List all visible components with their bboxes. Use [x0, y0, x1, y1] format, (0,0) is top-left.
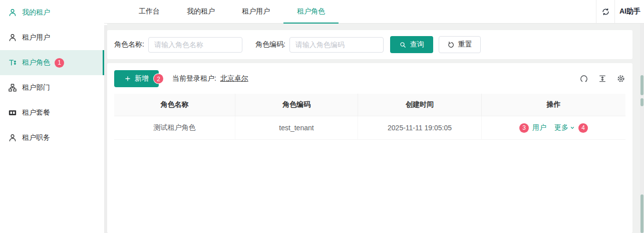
search-panel: 角色名称: 角色编码: 查询 重置 [107, 30, 632, 59]
page-refresh-button[interactable] [596, 0, 614, 23]
user-action-label: 用户 [532, 123, 546, 132]
tab-label: 租户用户 [242, 7, 270, 16]
chevron-down-icon [570, 125, 575, 130]
search-icon [399, 41, 407, 49]
role-code-input[interactable] [289, 37, 384, 53]
tab-label: 租户角色 [297, 7, 325, 16]
org-icon [8, 83, 17, 92]
cell-created-at: 2025-11-11 19:05:05 [358, 116, 482, 140]
user-icon [8, 33, 17, 42]
cell-role-name: 测试租户角色 [114, 116, 235, 140]
reset-button-label: 重置 [458, 40, 472, 49]
scrollbar-thumb[interactable] [640, 98, 643, 106]
ai-assistant-label: AI助手 [619, 7, 640, 16]
topbar-right-controls: AI助手 [596, 0, 644, 23]
user-icon [8, 8, 17, 17]
column-header-actions: 操作 [482, 94, 625, 116]
sidebar-item-tenant-position[interactable]: 租户职务 [0, 125, 104, 150]
sidebar-item-tenant-user[interactable]: 租户用户 [0, 25, 104, 50]
scrollbar-thumb[interactable] [640, 75, 643, 95]
table-panel: 新增 2 当前登录租户: 北京卓尔 角色名称 [107, 63, 632, 233]
reset-icon [447, 41, 455, 49]
scrollbar-thumb[interactable] [640, 194, 643, 233]
column-settings-gear-icon[interactable] [616, 74, 625, 83]
page-tabs: 工作台 我的租户 租户用户 租户角色 [104, 0, 339, 23]
more-action-badge: 4 [578, 123, 588, 133]
column-header-role-name: 角色名称 [114, 94, 235, 116]
role-name-label: 角色名称: [114, 40, 144, 49]
row-height-icon[interactable] [598, 74, 607, 83]
vertical-scrollbar[interactable] [640, 24, 644, 233]
sidebar-item-tenant-package[interactable]: 租户套餐 [0, 100, 104, 125]
main-content: 角色名称: 角色编码: 查询 重置 新增 [107, 24, 644, 233]
tab-my-tenant[interactable]: 我的租户 [173, 0, 228, 23]
tab-workbench[interactable]: 工作台 [125, 0, 173, 23]
role-icon [8, 58, 17, 67]
tab-label: 我的租户 [187, 7, 215, 16]
tab-tenant-user[interactable]: 租户用户 [228, 0, 283, 23]
sidebar-item-label: 租户部门 [22, 83, 50, 92]
current-tenant-label: 当前登录租户: [172, 74, 216, 82]
query-button[interactable]: 查询 [390, 36, 433, 53]
sidebar-item-label: 租户职务 [22, 133, 50, 142]
refresh-icon [601, 8, 610, 16]
sidebar-item-label: 我的租户 [22, 8, 50, 17]
plus-icon [124, 75, 131, 82]
table-refresh-icon[interactable] [579, 74, 588, 83]
column-header-created-at: 创建时间 [358, 94, 482, 116]
current-tenant-text: 当前登录租户: 北京卓尔 [172, 74, 248, 83]
table-toolbar: 新增 2 当前登录租户: 北京卓尔 [114, 70, 625, 87]
add-button-label: 新增 [135, 74, 149, 83]
query-button-label: 查询 [410, 40, 424, 49]
cell-role-code: test_tenant [235, 116, 358, 140]
add-button-badge: 2 [154, 74, 163, 84]
package-icon [8, 108, 17, 117]
sidebar-item-tenant-dept[interactable]: 租户部门 [0, 75, 104, 100]
reset-button[interactable]: 重置 [439, 36, 481, 53]
role-name-input[interactable] [148, 37, 242, 53]
tab-label: 工作台 [139, 7, 160, 16]
user-action-link[interactable]: 用户 [532, 123, 546, 132]
sidebar: 我的租户 租户用户 租户角色 1 租户部门 租户套餐 租户职务 [0, 0, 104, 233]
sidebar-item-tenant-role[interactable]: 租户角色 1 [0, 50, 104, 75]
user-icon [8, 133, 17, 142]
sidebar-item-label: 租户套餐 [22, 108, 50, 117]
role-code-label: 角色编码: [255, 40, 285, 49]
ai-assistant-button[interactable]: AI助手 [614, 0, 644, 23]
current-tenant-link[interactable]: 北京卓尔 [220, 74, 248, 82]
cell-actions: 3 用户 更多 4 [482, 116, 625, 140]
tab-tenant-role[interactable]: 租户角色 [283, 0, 339, 23]
roles-table: 角色名称 角色编码 创建时间 操作 测试租户角色 test_tenant 202… [114, 94, 625, 140]
sidebar-item-my-tenant[interactable]: 我的租户 [0, 0, 104, 25]
tab-header-bar: 工作台 我的租户 租户用户 租户角色 AI助手 [104, 0, 644, 24]
more-action-link[interactable]: 更多 [554, 123, 575, 132]
sidebar-badge: 1 [55, 58, 64, 68]
sidebar-item-label: 租户角色 [22, 58, 50, 67]
add-button[interactable]: 新增 [114, 70, 159, 87]
sidebar-content-divider [104, 25, 107, 233]
more-action-label: 更多 [554, 123, 568, 132]
user-action-badge: 3 [519, 123, 529, 133]
sidebar-item-label: 租户用户 [22, 33, 50, 42]
table-toolbar-icons [579, 74, 625, 83]
column-header-role-code: 角色编码 [235, 94, 358, 116]
